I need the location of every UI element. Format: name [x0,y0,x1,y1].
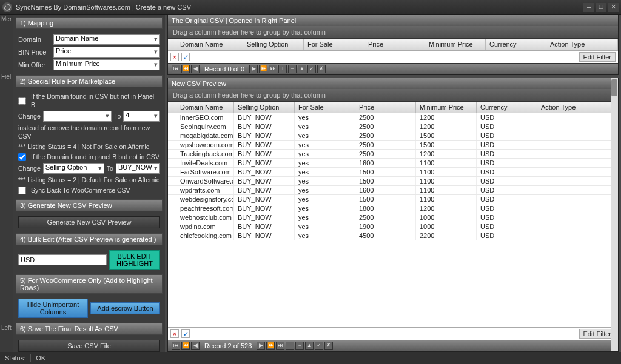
nav-cancel-icon[interactable]: ✗ [324,342,333,350]
rule2-checkbox[interactable] [18,153,26,161]
col-domain-name[interactable]: Domain Name [176,102,234,113]
close-button[interactable]: ✕ [608,3,619,12]
bulk-edit-highlight-button[interactable]: BULK EDIT HIGHLIGHT [109,250,160,270]
table-row[interactable]: Trackingback.comBUY_NOWyes25001200USD [168,150,618,159]
minimize-button[interactable]: – [583,3,594,12]
nav-remove-icon[interactable]: − [295,342,304,350]
nav-cancel-icon[interactable]: ✗ [317,65,326,73]
vertical-scrollbar[interactable] [611,78,618,351]
rule1-label: If the Domain found in CSV but not in Pa… [31,92,160,109]
nav-last-icon[interactable]: ⏭ [276,342,284,350]
nav-commit-icon[interactable]: ✓ [315,342,323,350]
table-row[interactable]: wpshowroom.comBUY_NOWyes25001500USD [168,141,618,150]
col-for-sale[interactable]: For Sale [304,39,364,50]
col-action-type[interactable]: Action Type [546,39,618,50]
col-price[interactable]: Price [355,102,416,113]
bulk-edit-input[interactable] [18,254,107,265]
nav-add-icon[interactable]: + [278,65,287,73]
table-row[interactable]: FarSoftware.comBUY_NOWyes15001100USD [168,168,618,177]
nav-prev-icon[interactable]: ◀ [191,65,200,73]
table-row[interactable]: chiefcooking.comBUY_NOWyes45002200USD [168,231,618,240]
right-area: The Original CSV | Opened in Right Panel… [167,15,619,352]
table-row[interactable]: OnwardSoftware.comBUY_NOWyes15001100USD [168,177,618,186]
save-csv-file-button[interactable]: Save CSV File [18,340,160,352]
new-csv-header: New CSV Preview [168,78,618,89]
filter-checkbox[interactable]: ✓ [181,329,190,338]
nav-first-icon[interactable]: ⏮ [172,65,180,73]
nav-next-icon[interactable]: ▶ [257,342,265,350]
col-selling-option[interactable]: Selling Option [243,39,304,50]
col-min-price[interactable]: Minimum Price [425,39,486,50]
nav-prevpage-icon[interactable]: ⏪ [181,342,190,350]
nav-remove-icon[interactable]: − [288,65,297,73]
bin-price-select[interactable]: Price [53,47,160,58]
mapping-header: 1) Mapping [16,17,163,29]
table-row[interactable]: innerSEO.comBUY_NOWyes25001200USD [168,113,618,122]
nav-prevpage-icon[interactable]: ⏪ [181,65,190,73]
new-group-bar[interactable]: Drag a column header here to group by th… [168,89,618,102]
title-bar: SyncNames By DomainSoftwares.com | Creat… [0,0,621,15]
table-row[interactable]: InviteDeals.comBUY_NOWyes16001100USD [168,159,618,168]
change1-select[interactable] [43,111,112,122]
maximize-button[interactable]: □ [596,3,606,12]
bulk-edit-header: 4) Bulk Edit (After CSV Preview is gener… [16,233,163,245]
hide-unimportant-columns-button[interactable]: Hide Unimportant Columns [18,299,88,318]
col-currency[interactable]: Currency [486,39,546,50]
nav-edit-icon[interactable]: ▲ [305,342,314,350]
to2-label: To [107,164,113,173]
col-min-price[interactable]: Minimum Price [416,102,477,113]
status-bar: Status: OK [0,352,621,364]
original-csv-header: The Original CSV | Opened in Right Panel [168,15,618,26]
record-label: Record 0 of 0 [201,65,248,73]
nav-edit-icon[interactable]: ▲ [298,65,306,73]
filter-checkbox[interactable]: ✓ [181,53,190,61]
clear-filter-icon[interactable]: × [170,53,179,61]
nav-prev-icon[interactable]: ◀ [191,342,200,350]
nav-add-icon[interactable]: + [286,342,294,350]
change2-select[interactable]: Selling Option [43,163,104,174]
domain-select[interactable]: Domain Name [53,34,160,45]
save-header: 6) Save The Final Result As CSV [16,323,163,335]
col-for-sale[interactable]: For Sale [295,102,355,113]
min-offer-select[interactable]: Minimum Price [53,59,160,70]
nav-last-icon[interactable]: ⏭ [269,65,277,73]
edit-filter-button[interactable]: Edit Filter [579,52,616,62]
col-domain-name[interactable]: Domain Name [176,39,243,50]
edit-filter-button[interactable]: Edit Filter [579,329,616,339]
table-row[interactable]: webdesignstory.comBUY_NOWyes15001100USD [168,195,618,204]
new-record-nav: ⏮ ⏪ ◀ Record 2 of 523 ▶ ⏩ ⏭ + − ▲ ✓ ✗ [168,340,618,351]
original-group-bar[interactable]: Drag a column header here to group by th… [168,26,618,39]
original-grid-header: Domain Name Selling Option For Sale Pric… [168,39,618,50]
col-price[interactable]: Price [364,39,425,50]
table-row[interactable]: webhostclub.comBUY_NOWyes25001000USD [168,213,618,222]
table-row[interactable]: megabigdata.comBUY_NOWyes25001500USD [168,131,618,141]
min-offer-label: Min.Offer [18,61,51,68]
nav-nextpage-icon[interactable]: ⏩ [259,65,267,73]
note1: instead of remove the domain record from… [18,124,160,141]
sync-woo-checkbox[interactable] [18,187,26,194]
nav-first-icon[interactable]: ⏮ [172,342,180,350]
nav-next-icon[interactable]: ▶ [249,65,258,73]
original-csv-panel: The Original CSV | Opened in Right Panel… [167,15,619,75]
col-action-type[interactable]: Action Type [537,102,618,113]
to2-select[interactable]: BUY_NOW [116,163,160,174]
clear-filter-icon[interactable]: × [170,329,179,338]
rule1-checkbox[interactable] [18,97,26,105]
table-row[interactable]: wpdrafts.comBUY_NOWyes16001100USD [168,186,618,195]
col-currency[interactable]: Currency [477,102,537,113]
left-sidebar: 1) Mapping Domain Domain Name BIN Price … [13,15,165,352]
nav-nextpage-icon[interactable]: ⏩ [266,342,275,350]
col-selling-option[interactable]: Selling Option [234,102,295,113]
add-escrow-button[interactable]: Add escrow Button [90,302,160,314]
to1-select[interactable]: 4 [123,111,160,122]
table-row[interactable]: SeoInquiry.comBUY_NOWyes25001200USD [168,122,618,131]
table-row[interactable]: peachtreesoft.comBUY_NOWyes18001200USD [168,204,618,213]
app-icon [2,2,12,12]
to1-label: To [114,112,121,121]
new-grid-header: Domain Name Selling Option For Sale Pric… [168,102,618,113]
table-row[interactable]: wpdino.comBUY_NOWyes19001000USD [168,222,618,231]
note2: *** Listing Status = 4 | Not For Sale on… [18,142,160,151]
new-grid-body: innerSEO.comBUY_NOWyes25001200USDSeoInqu… [168,113,618,327]
nav-commit-icon[interactable]: ✓ [307,65,316,73]
generate-csv-preview-button[interactable]: Generate New CSV Preview [18,216,160,228]
